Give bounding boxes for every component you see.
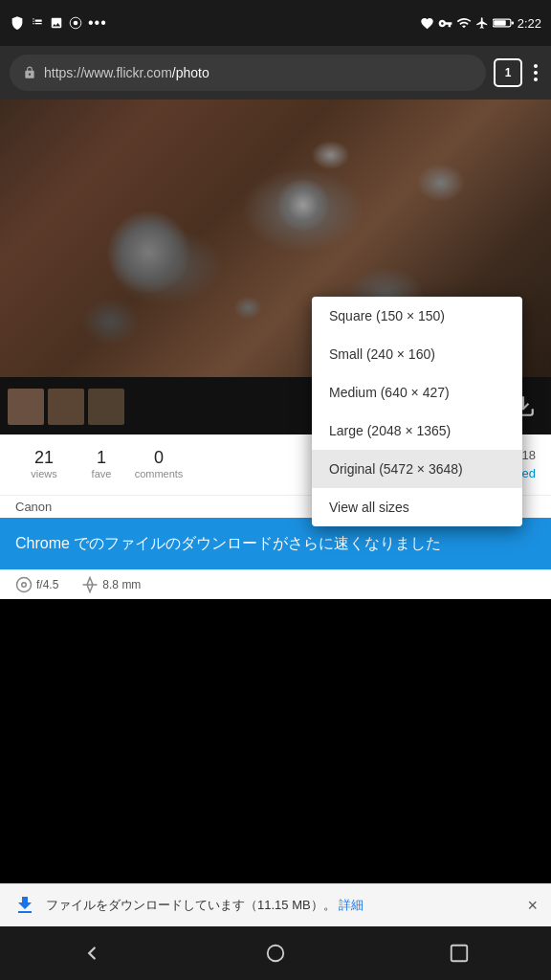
- tab-count-button[interactable]: 1: [494, 58, 522, 87]
- svg-point-7: [17, 578, 32, 592]
- thumbnail-2[interactable]: [48, 389, 84, 425]
- menu-dot: [534, 78, 538, 81]
- shield-icon: [10, 15, 25, 31]
- status-icons-left: •••: [10, 14, 107, 32]
- focal-value: 8.8 mm: [102, 578, 141, 591]
- download-status-text: ファイルをダウンロードしています（11.15 MB）。: [46, 898, 336, 912]
- svg-rect-4: [511, 21, 513, 24]
- size-option-square[interactable]: Square (150 × 150): [312, 297, 522, 335]
- address-bar: https://www.flickr.com/photo 1: [0, 46, 551, 100]
- exif-strip: f/4.5 8.8 mm: [0, 569, 551, 599]
- focal-item: 8.8 mm: [81, 576, 141, 593]
- chrome-banner-text: Chrome でのファイルのダウンロードがさらに速くなりました: [15, 533, 536, 554]
- svg-rect-10: [452, 946, 468, 962]
- download-text-area: ファイルをダウンロードしています（11.15 MB）。 詳細: [46, 897, 518, 914]
- comments-label: comments: [135, 468, 184, 479]
- menu-dot: [534, 64, 538, 68]
- heart-icon: [420, 16, 434, 31]
- key-icon: [438, 16, 452, 31]
- menu-dot: [534, 71, 538, 75]
- svg-point-8: [22, 583, 27, 588]
- svg-rect-3: [494, 20, 506, 26]
- url-bar[interactable]: https://www.flickr.com/photo: [10, 55, 486, 91]
- size-option-view-all[interactable]: View all sizes: [312, 488, 522, 526]
- aperture-item: f/4.5: [15, 576, 58, 593]
- size-option-large[interactable]: Large (2048 × 1365): [312, 412, 522, 450]
- status-bar: ••• 2:22: [0, 0, 551, 46]
- wifi-icon: [456, 15, 472, 31]
- image-icon: [50, 16, 63, 30]
- svg-point-1: [74, 21, 78, 26]
- browser-menu-button[interactable]: [530, 60, 541, 85]
- recents-button[interactable]: [430, 934, 488, 972]
- notification-icon: [31, 16, 44, 30]
- size-option-original[interactable]: Original (5472 × 3648): [312, 450, 522, 488]
- download-arrow-icon: [13, 894, 36, 917]
- download-bar: ファイルをダウンロードしています（11.15 MB）。 詳細 ×: [0, 883, 551, 926]
- faves-stat: 1 fave: [73, 448, 130, 479]
- size-option-small[interactable]: Small (240 × 160): [312, 335, 522, 373]
- url-base: https://www.flickr.com: [44, 65, 172, 80]
- url-path: /photo: [172, 65, 209, 80]
- home-button[interactable]: [247, 934, 304, 972]
- time-display: 2:22: [518, 16, 541, 31]
- comments-stat: 0 comments: [130, 448, 187, 479]
- focal-icon: [81, 576, 99, 593]
- back-button[interactable]: [63, 934, 121, 972]
- download-detail-link[interactable]: 詳細: [339, 898, 364, 912]
- battery-icon: [493, 16, 514, 30]
- views-count: 21: [34, 448, 54, 468]
- thumbnail-3[interactable]: [88, 389, 124, 425]
- views-stat: 21 views: [15, 448, 73, 479]
- thumbnails-row: [8, 389, 124, 425]
- thumbnail-1[interactable]: [8, 389, 44, 425]
- svg-point-9: [268, 946, 284, 962]
- aperture-value: f/4.5: [36, 578, 58, 591]
- url-text: https://www.flickr.com/photo: [44, 65, 209, 80]
- airplane-icon: [475, 16, 489, 30]
- more-icon: •••: [88, 14, 107, 32]
- faves-count: 1: [97, 448, 106, 468]
- faves-label: fave: [92, 468, 112, 479]
- camera-label: Canon: [15, 500, 52, 514]
- aperture-icon: [15, 576, 33, 593]
- lock-icon: [23, 66, 36, 79]
- navigation-bar: [0, 926, 551, 980]
- views-label: views: [31, 468, 57, 479]
- download-close-button[interactable]: ×: [527, 896, 538, 916]
- comments-count: 0: [154, 448, 164, 468]
- size-option-medium[interactable]: Medium (640 × 427): [312, 373, 522, 412]
- github-icon: [69, 16, 82, 30]
- status-icons-right: 2:22: [420, 15, 541, 31]
- size-dropdown-menu: Square (150 × 150) Small (240 × 160) Med…: [312, 297, 522, 526]
